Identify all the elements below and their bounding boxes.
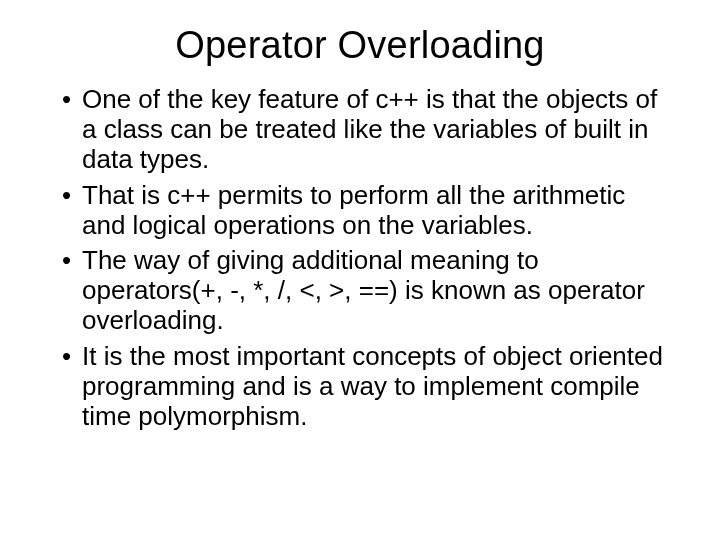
list-item: The way of giving additional meaning to … [62,246,672,336]
list-item: It is the most important concepts of obj… [62,342,672,432]
bullet-list: One of the key feature of c++ is that th… [40,85,680,432]
list-item: That is c++ permits to perform all the a… [62,181,672,241]
list-item: One of the key feature of c++ is that th… [62,85,672,175]
slide-title: Operator Overloading [40,24,680,67]
slide: Operator Overloading One of the key feat… [0,0,720,540]
